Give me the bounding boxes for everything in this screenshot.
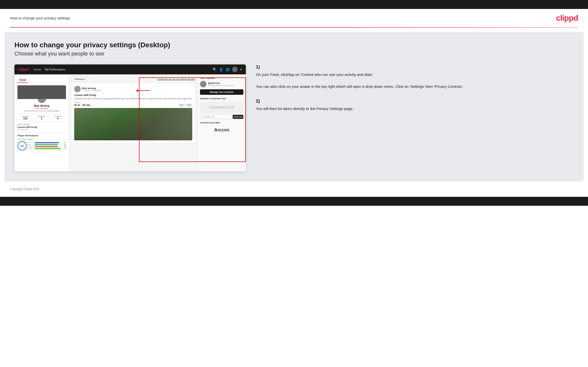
bar-label: PUTT	[28, 148, 34, 149]
profile-name: Blair McHarg	[17, 105, 66, 107]
control-link[interactable]: Control who can see your activity and da…	[157, 78, 195, 80]
tag-ott: OTT	[178, 104, 185, 106]
red-arrow-line	[138, 90, 150, 91]
feed-image	[74, 108, 192, 140]
feed-card-desc: Looking to feel like my hands are exitin…	[74, 97, 192, 100]
quality-bar-row: ARG86	[28, 146, 66, 147]
page-title: How to change your privacy settings (Des…	[14, 41, 574, 49]
app-feed: Following ▾ Control who can see your act…	[69, 74, 197, 171]
instruction-1: 1) On your Feed, click/tap on 'Control w…	[256, 64, 574, 90]
content-row: clippd Home My Performance 🔍 👤 🌐 ▾	[14, 64, 574, 171]
feed-card-header: Blair McHarg Yesterday · Sunningdale	[74, 86, 192, 92]
person-icon[interactable]: 👤	[219, 68, 223, 71]
chevron-icon: ▾	[84, 78, 85, 80]
duration-label: Duration	[74, 102, 192, 103]
duration-row: 01 hr : 30 min OTT APP	[74, 104, 192, 106]
stat-activities-value: 131	[22, 117, 29, 120]
app-right-panel: Your Coaches David Ford 📍 Royal North De…	[197, 74, 246, 171]
trackman-title: Upload a Trackman Test	[200, 97, 243, 100]
quality-bar-row: OTT90	[28, 142, 66, 143]
player-performance-title: Player Performance	[17, 133, 66, 137]
total-quality-label: Total Player Quality	[17, 138, 66, 140]
app-nav-logo: clippd	[18, 67, 29, 71]
profile-banner	[17, 85, 66, 99]
trackman-input[interactable]	[200, 115, 232, 119]
latest-activity-label: Latest Activity	[17, 123, 66, 125]
nav-link-home[interactable]: Home	[34, 68, 41, 71]
feed-card-avatar	[74, 86, 81, 92]
latest-activity-value: Lesson with Fordy	[17, 126, 66, 128]
quality-score: 92	[17, 141, 27, 151]
bar-fill	[35, 142, 59, 143]
logo: clippd	[556, 13, 578, 23]
quality-bar-row: APP85	[28, 144, 66, 145]
app-nav-icons: 🔍 👤 🌐 ▾	[213, 67, 242, 72]
arccos-brand: Arccos	[200, 125, 243, 135]
feed-card-meta: Yesterday · Sunningdale	[82, 90, 101, 91]
profile-handicap: Plus Handicap	[17, 107, 66, 109]
bar-value: 96	[63, 148, 66, 149]
feed-card-name: Blair McHarg	[82, 87, 101, 90]
breadcrumb: How to change your privacy settings	[10, 16, 70, 20]
app-screenshot: clippd Home My Performance 🔍 👤 🌐 ▾	[14, 64, 246, 171]
coach-club-name: Royal North Devon Golf Club	[211, 85, 233, 86]
main-content: How to change your privacy settings (Des…	[4, 32, 584, 181]
profile-club: Royal North Devon Golf Club, United King…	[17, 110, 66, 112]
stat-following-label: Following	[54, 115, 62, 117]
instruction-2: 2) You will then be taken directly to th…	[256, 99, 574, 112]
profile-stats: Activities 131 Followers 3 Following 4	[17, 114, 66, 122]
quality-bar-row: PUTT96	[28, 148, 66, 149]
bar-label: ARG	[28, 146, 34, 147]
feed-tab[interactable]: Feed	[17, 77, 28, 83]
app-sidebar: Feed Blair McHarg Plus Handicap Royal No…	[14, 74, 69, 171]
instruction-1-text: On your Feed, click/tap on 'Control who …	[256, 72, 574, 90]
copyright: Copyright Clippd 2022	[10, 187, 40, 191]
stat-following-value: 4	[54, 117, 62, 120]
bar-value: 86	[63, 146, 66, 147]
manage-coaches-button[interactable]: Manage Your Coaches	[200, 89, 243, 95]
trackman-placeholder: Trackman Link	[200, 101, 243, 113]
app-body: Feed Blair McHarg Plus Handicap Royal No…	[14, 74, 246, 171]
bar-track	[35, 146, 62, 147]
stat-following: Following 4	[54, 115, 62, 120]
feed-card-tags: OTT APP	[178, 104, 192, 106]
page-subtitle: Choose what you want people to see	[14, 51, 574, 57]
coach-info: David Ford 📍 Royal North Devon Golf Club	[208, 82, 233, 86]
bar-fill	[35, 146, 58, 147]
coach-row: David Ford 📍 Royal North Devon Golf Club	[200, 81, 243, 87]
top-bar	[0, 0, 588, 9]
chevron-down-icon[interactable]: ▾	[240, 68, 242, 71]
instruction-2-text: You will then be taken directly to the P…	[256, 106, 574, 112]
quality-row: 92 OTT90APP85ARG86PUTT96	[17, 141, 66, 151]
latest-activity-date: 03 Aug 2022	[17, 128, 66, 131]
bar-value: 85	[63, 144, 66, 145]
header-divider	[10, 27, 578, 28]
bottom-bar	[0, 197, 588, 206]
nav-link-my-performance[interactable]: My Performance	[45, 68, 65, 71]
coach-name: David Ford	[208, 82, 233, 84]
instructions: 1) On your Feed, click/tap on 'Control w…	[256, 64, 574, 121]
feed-card-title: Lesson with Fordy	[74, 94, 192, 97]
bar-label: OTT	[28, 142, 34, 143]
duration-value: 01 hr : 30 min	[74, 104, 90, 106]
bar-track	[35, 142, 62, 143]
location-icon: 📍	[208, 84, 210, 86]
avatar[interactable]	[232, 67, 238, 72]
stat-activities-label: Activities	[22, 115, 29, 117]
stat-activities: Activities 131	[22, 115, 29, 120]
add-link-button[interactable]: Add Link	[233, 115, 243, 119]
globe-icon[interactable]: 🌐	[226, 68, 230, 71]
stat-followers-value: 3	[38, 117, 45, 120]
red-arrow-dot	[136, 90, 138, 92]
bar-fill	[35, 144, 58, 145]
coaches-title: Your Coaches	[200, 77, 243, 79]
stat-followers: Followers 3	[38, 115, 45, 120]
feed-card: Blair McHarg Yesterday · Sunningdale Les…	[72, 83, 195, 143]
trackman-section: Upload a Trackman Test Trackman Link Add…	[200, 97, 243, 119]
search-icon[interactable]: 🔍	[213, 68, 217, 71]
stat-followers-label: Followers	[38, 115, 45, 117]
following-button[interactable]: Following ▾	[72, 77, 88, 81]
app-nav-links: Home My Performance	[34, 68, 65, 71]
instruction-1-number: 1)	[256, 64, 574, 70]
following-label: Following	[74, 78, 83, 80]
